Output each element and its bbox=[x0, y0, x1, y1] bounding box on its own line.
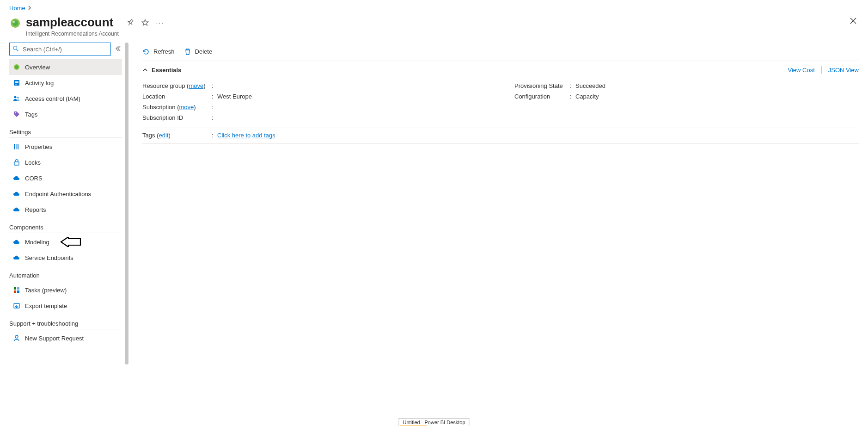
delete-button[interactable]: Delete bbox=[184, 48, 213, 56]
view-cost-link[interactable]: View Cost bbox=[788, 67, 814, 74]
divider bbox=[821, 66, 822, 74]
nav-item-label: CORS bbox=[25, 175, 43, 182]
nav-item-label: Activity log bbox=[25, 80, 54, 86]
nav-item-label: Tasks (preview) bbox=[25, 287, 67, 294]
svg-rect-20 bbox=[14, 290, 16, 293]
nav-item-reports[interactable]: Reports bbox=[9, 202, 122, 217]
prop-label-text: Subscription bbox=[142, 104, 176, 111]
nav-item-access-control[interactable]: Access control (IAM) bbox=[9, 91, 122, 106]
prop-value: Succeeded bbox=[575, 82, 605, 89]
log-icon bbox=[13, 79, 20, 86]
page-title: sampleaccount bbox=[26, 15, 113, 30]
nav-item-new-support[interactable]: New Support Request bbox=[9, 330, 122, 346]
nav-section-components: Components bbox=[9, 217, 122, 233]
svg-rect-15 bbox=[16, 144, 17, 149]
people-icon bbox=[13, 95, 20, 102]
search-input[interactable] bbox=[22, 45, 108, 53]
nav-item-label: Endpoint Authentications bbox=[25, 191, 91, 198]
search-icon bbox=[12, 45, 19, 53]
tasks-icon bbox=[13, 286, 20, 294]
chevron-right-icon bbox=[28, 5, 32, 12]
svg-point-23 bbox=[15, 335, 18, 338]
breadcrumb: Home bbox=[9, 5, 859, 12]
svg-rect-8 bbox=[15, 81, 18, 82]
nav-item-modeling[interactable]: Modeling bbox=[9, 234, 122, 250]
nav-item-label: Access control (IAM) bbox=[25, 95, 80, 102]
page-header: sampleaccount ··· Intelligent Recommenda… bbox=[9, 15, 859, 37]
move-subscription-link[interactable]: move bbox=[179, 104, 194, 111]
trash-icon bbox=[184, 48, 191, 56]
cloud-icon bbox=[13, 238, 20, 246]
nav-item-label: Overview bbox=[25, 64, 50, 71]
tags-row: Tags (edit) : Click here to add tags bbox=[142, 128, 859, 144]
nav-item-label: Tags bbox=[25, 111, 37, 118]
nav-item-tasks[interactable]: Tasks (preview) bbox=[9, 282, 122, 298]
nav-item-label: Export template bbox=[25, 303, 67, 309]
svg-point-11 bbox=[14, 96, 17, 99]
more-icon[interactable]: ··· bbox=[156, 19, 164, 27]
svg-rect-21 bbox=[17, 290, 19, 293]
nav-item-label: Modeling bbox=[25, 239, 49, 246]
svg-rect-10 bbox=[15, 84, 17, 85]
svg-point-3 bbox=[13, 46, 17, 49]
svg-rect-16 bbox=[18, 144, 18, 149]
nav-item-activity-log[interactable]: Activity log bbox=[9, 75, 122, 91]
svg-rect-19 bbox=[17, 287, 19, 290]
refresh-icon bbox=[142, 48, 150, 56]
pin-icon[interactable] bbox=[126, 19, 134, 27]
toolbar-label: Refresh bbox=[153, 48, 175, 55]
nav-item-endpoint-auth[interactable]: Endpoint Authentications bbox=[9, 186, 122, 202]
nav-item-label: Service Endpoints bbox=[25, 254, 73, 261]
prop-label-text: Configuration bbox=[514, 93, 570, 100]
nav-item-properties[interactable]: Properties bbox=[9, 139, 122, 154]
prop-provisioning-state: Provisioning State : Succeeded bbox=[514, 80, 859, 91]
support-icon bbox=[13, 334, 20, 342]
json-view-link[interactable]: JSON View bbox=[828, 67, 859, 74]
nav-item-overview[interactable]: Overview bbox=[9, 59, 122, 75]
svg-rect-9 bbox=[15, 82, 18, 83]
collapse-sidebar-icon[interactable] bbox=[115, 45, 122, 53]
essentials-toggle[interactable]: Essentials bbox=[142, 67, 181, 74]
lock-icon bbox=[13, 159, 20, 166]
nav-item-service-endpoints[interactable]: Service Endpoints bbox=[9, 250, 122, 265]
svg-line-4 bbox=[17, 49, 18, 51]
refresh-button[interactable]: Refresh bbox=[142, 48, 175, 56]
resource-icon bbox=[9, 17, 21, 29]
prop-value: West Europe bbox=[217, 93, 252, 100]
cloud-icon bbox=[13, 190, 20, 198]
add-tags-link[interactable]: Click here to add tags bbox=[217, 132, 275, 139]
nav-item-tags[interactable]: Tags bbox=[9, 106, 122, 122]
nav-item-label: Properties bbox=[25, 143, 52, 150]
svg-point-6 bbox=[15, 66, 18, 69]
toolbar-label: Delete bbox=[195, 48, 213, 55]
export-icon bbox=[13, 302, 20, 309]
sidebar-scrollbar[interactable] bbox=[124, 43, 129, 426]
tags-label: Tags bbox=[142, 132, 155, 139]
prop-label-text: Resource group bbox=[142, 82, 185, 89]
nav-item-locks[interactable]: Locks bbox=[9, 154, 122, 170]
move-resource-group-link[interactable]: move bbox=[189, 82, 203, 89]
cloud-icon bbox=[13, 254, 20, 261]
svg-rect-18 bbox=[14, 287, 16, 290]
toolbar: Refresh Delete bbox=[142, 43, 859, 61]
nav-item-export-template[interactable]: Export template bbox=[9, 298, 122, 314]
close-icon[interactable] bbox=[848, 15, 859, 29]
search-input-wrapper[interactable] bbox=[9, 43, 111, 56]
svg-point-2 bbox=[12, 21, 15, 23]
breadcrumb-home[interactable]: Home bbox=[9, 5, 25, 12]
resource-small-icon bbox=[13, 63, 20, 71]
prop-label-text: Subscription ID bbox=[142, 114, 212, 121]
prop-label-text: Location bbox=[142, 93, 212, 100]
edit-tags-link[interactable]: edit bbox=[159, 132, 168, 139]
nav-item-label: Reports bbox=[25, 206, 46, 213]
tag-icon bbox=[13, 111, 20, 118]
prop-subscription: Subscription (move) : bbox=[142, 102, 487, 112]
nav-item-label: New Support Request bbox=[25, 335, 84, 342]
prop-configuration: Configuration : Capacity bbox=[514, 91, 859, 102]
star-icon[interactable] bbox=[141, 19, 149, 27]
nav-item-cors[interactable]: CORS bbox=[9, 170, 122, 186]
cloud-icon bbox=[13, 174, 20, 182]
svg-rect-17 bbox=[14, 162, 19, 165]
taskbar-chip[interactable]: Untitled - Power BI Desktop bbox=[398, 418, 469, 426]
prop-value: Capacity bbox=[575, 93, 599, 100]
